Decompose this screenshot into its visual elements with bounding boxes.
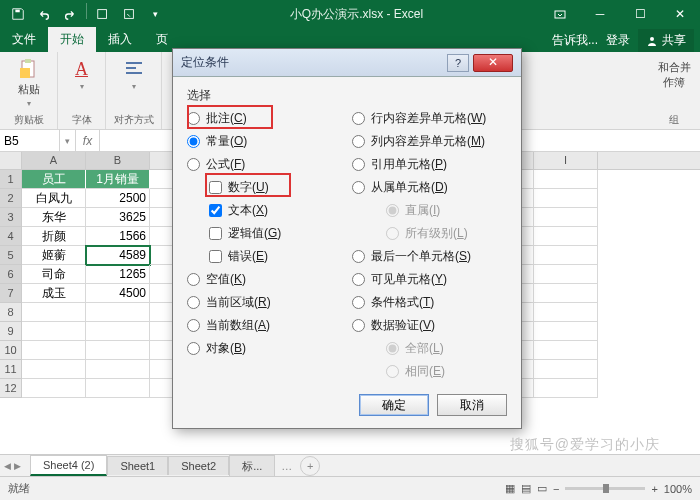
zoom-out[interactable]: − — [553, 483, 559, 495]
sheet-tab-3[interactable]: 标... — [229, 455, 275, 477]
opt-comments[interactable]: 批注(C) — [187, 110, 342, 127]
ok-button[interactable]: 确定 — [359, 394, 429, 416]
row-header[interactable]: 8 — [0, 303, 22, 322]
opt-cond-fmt[interactable]: 条件格式(T) — [352, 294, 507, 311]
cell[interactable] — [534, 265, 598, 284]
font-button[interactable]: A ▾ — [67, 54, 97, 91]
cell[interactable] — [86, 341, 150, 360]
view-page-icon[interactable]: ▤ — [521, 482, 531, 495]
cell[interactable] — [22, 379, 86, 398]
cell[interactable]: 成玉 — [22, 284, 86, 303]
sheet-tab-1[interactable]: Sheet1 — [107, 456, 168, 475]
maximize-button[interactable]: ☐ — [620, 0, 660, 28]
tab-insert[interactable]: 插入 — [96, 27, 144, 52]
qat-customize[interactable]: ▾ — [143, 3, 167, 25]
col-header-B[interactable]: B — [86, 152, 150, 169]
zoom-in[interactable]: + — [651, 483, 657, 495]
dialog-help-button[interactable]: ? — [447, 54, 469, 72]
align-button[interactable]: ▾ — [119, 54, 149, 91]
cell[interactable] — [22, 322, 86, 341]
cell[interactable] — [86, 379, 150, 398]
col-header-I[interactable]: I — [534, 152, 598, 169]
cell[interactable]: 2500 — [86, 189, 150, 208]
cell[interactable]: 员工 — [22, 170, 86, 189]
sheet-tab-active[interactable]: Sheet4 (2) — [30, 455, 107, 476]
opt-data-val[interactable]: 数据验证(V) — [352, 317, 507, 334]
cell[interactable]: 姬蘅 — [22, 246, 86, 265]
row-header[interactable]: 9 — [0, 322, 22, 341]
sheet-tab-2[interactable]: Sheet2 — [168, 456, 229, 475]
cell[interactable] — [534, 360, 598, 379]
opt-logicals[interactable]: 逻辑值(G) — [187, 225, 342, 242]
opt-current-region[interactable]: 当前区域(R) — [187, 294, 342, 311]
cell[interactable]: 4500 — [86, 284, 150, 303]
cell[interactable] — [86, 303, 150, 322]
view-normal-icon[interactable]: ▦ — [505, 482, 515, 495]
cell[interactable]: 3625 — [86, 208, 150, 227]
cancel-button[interactable]: 取消 — [437, 394, 507, 416]
opt-precedents[interactable]: 引用单元格(P) — [352, 156, 507, 173]
select-all-triangle[interactable] — [0, 152, 22, 169]
cell[interactable] — [534, 170, 598, 189]
col-header-A[interactable]: A — [22, 152, 86, 169]
opt-numbers[interactable]: 数字(U) — [187, 179, 342, 196]
opt-errors[interactable]: 错误(E) — [187, 248, 342, 265]
opt-current-array[interactable]: 当前数组(A) — [187, 317, 342, 334]
cell[interactable] — [86, 360, 150, 379]
row-header[interactable]: 12 — [0, 379, 22, 398]
opt-blanks[interactable]: 空值(K) — [187, 271, 342, 288]
cell[interactable] — [534, 284, 598, 303]
cell[interactable]: 1月销量 — [86, 170, 150, 189]
cell[interactable] — [534, 322, 598, 341]
redo-button[interactable] — [58, 3, 82, 25]
opt-constants[interactable]: 常量(O) — [187, 133, 342, 150]
name-box-dropdown[interactable]: ▾ — [60, 130, 76, 151]
add-sheet-button[interactable]: + — [300, 456, 320, 476]
opt-dependents[interactable]: 从属单元格(D) — [352, 179, 507, 196]
cell[interactable] — [22, 341, 86, 360]
cell[interactable] — [22, 303, 86, 322]
cell[interactable] — [534, 189, 598, 208]
zoom-level[interactable]: 100% — [664, 483, 692, 495]
opt-text[interactable]: 文本(X) — [187, 202, 342, 219]
opt-formulas[interactable]: 公式(F) — [187, 156, 342, 173]
cell[interactable]: 1566 — [86, 227, 150, 246]
cell[interactable]: 白凤九 — [22, 189, 86, 208]
row-header[interactable]: 2 — [0, 189, 22, 208]
cell[interactable] — [534, 303, 598, 322]
view-break-icon[interactable]: ▭ — [537, 482, 547, 495]
qat-extra1[interactable] — [91, 3, 115, 25]
opt-visible[interactable]: 可见单元格(Y) — [352, 271, 507, 288]
row-header[interactable]: 10 — [0, 341, 22, 360]
cell[interactable]: 折颜 — [22, 227, 86, 246]
share-button[interactable]: 共享 — [638, 29, 694, 52]
cell[interactable] — [534, 341, 598, 360]
row-header[interactable]: 4 — [0, 227, 22, 246]
opt-last-cell[interactable]: 最后一个单元格(S) — [352, 248, 507, 265]
row-header[interactable]: 3 — [0, 208, 22, 227]
cell[interactable] — [534, 227, 598, 246]
tab-file[interactable]: 文件 — [0, 27, 48, 52]
dialog-close-button[interactable]: ✕ — [473, 54, 513, 72]
paste-button[interactable]: 粘贴 ▾ — [14, 54, 44, 108]
cell[interactable]: 东华 — [22, 208, 86, 227]
name-box[interactable]: B5 — [0, 130, 60, 151]
opt-col-diff[interactable]: 列内容差异单元格(M) — [352, 133, 507, 150]
qat-extra2[interactable] — [117, 3, 141, 25]
undo-button[interactable] — [32, 3, 56, 25]
row-header[interactable]: 6 — [0, 265, 22, 284]
cell[interactable] — [534, 208, 598, 227]
row-header[interactable]: 5 — [0, 246, 22, 265]
opt-objects[interactable]: 对象(B) — [187, 340, 342, 357]
fx-icon[interactable]: fx — [76, 130, 100, 151]
cell[interactable] — [22, 360, 86, 379]
login-link[interactable]: 登录 — [606, 32, 630, 49]
tab-home[interactable]: 开始 — [48, 27, 96, 52]
ribbon-options-button[interactable] — [540, 0, 580, 28]
opt-row-diff[interactable]: 行内容差异单元格(W) — [352, 110, 507, 127]
minimize-button[interactable]: ─ — [580, 0, 620, 28]
cell[interactable]: 4589 — [86, 246, 150, 265]
cell[interactable]: 司命 — [22, 265, 86, 284]
cell[interactable]: 1265 — [86, 265, 150, 284]
cell[interactable] — [86, 322, 150, 341]
